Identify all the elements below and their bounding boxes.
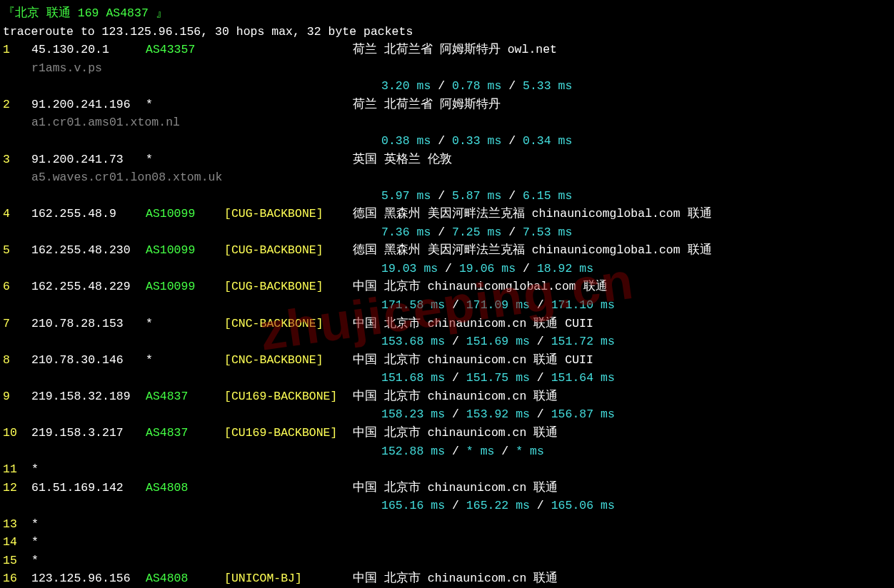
hop-backbone-tag: [CU169-BACKBONE]	[224, 387, 353, 406]
hop-asn	[146, 460, 224, 479]
hop-number: 6	[3, 278, 31, 296]
hop-row: 5162.255.48.230AS10099[CUG-BACKBONE]德国 黑…	[3, 241, 891, 260]
latency-separator: /	[501, 225, 523, 239]
latency-value: 0.33 ms	[452, 134, 501, 148]
latency-value: 0.38 ms	[381, 134, 431, 148]
hop-location-info: 英国 英格兰 伦敦	[353, 151, 452, 169]
hop-row: 15*	[3, 552, 891, 570]
hop-asn: *	[146, 351, 224, 370]
hop-asn: *	[146, 96, 224, 114]
hop-row: 10219.158.3.217AS4837[CU169-BACKBONE]中国 …	[3, 424, 891, 442]
hop-backbone-tag: [CUG-BACKBONE]	[224, 205, 353, 223]
latency-value: 3.20 ms	[381, 79, 431, 93]
hop-row: 1261.51.169.142AS4808中国 北京市 chinaunicom.…	[3, 479, 891, 497]
hop-backbone-tag	[224, 96, 353, 114]
hop-backbone-tag: [CNC-BACKBONE]	[224, 315, 353, 333]
latency-separator: /	[530, 335, 551, 348]
hop-backbone-tag: [CNC-BACKBONE]	[224, 351, 353, 370]
latency-value: 156.87 ms	[551, 407, 615, 421]
latency-separator: /	[438, 262, 459, 275]
latency-separator: /	[530, 407, 551, 421]
hop-row: 13*	[3, 515, 891, 534]
latency-value: 5.97 ms	[381, 189, 431, 203]
hop-location-info: 中国 北京市 chinaunicom.cn 联通	[353, 479, 558, 497]
hop-number: 11	[3, 460, 31, 479]
latency-separator: /	[516, 262, 537, 275]
latency-value: 0.78 ms	[452, 79, 501, 93]
hop-asn	[146, 552, 224, 570]
latency-value: 153.92 ms	[466, 407, 530, 421]
latency-value: 5.87 ms	[452, 189, 501, 203]
latency-separator: /	[431, 225, 452, 239]
hop-asn: AS10099	[146, 241, 224, 260]
latency-separator: /	[445, 445, 466, 458]
hop-number: 9	[3, 387, 31, 406]
latency-separator: /	[445, 499, 466, 512]
hop-backbone-tag	[224, 515, 353, 534]
hop-number: 13	[3, 515, 31, 534]
hop-ip: 210.78.30.146	[31, 351, 146, 370]
latency-value: 5.33 ms	[523, 79, 572, 93]
hop-latency: 19.03 ms / 19.06 ms / 18.92 ms	[3, 260, 891, 278]
hop-location-info: 中国 北京市 chinaunicomglobal.com 联通	[353, 278, 608, 296]
hop-latency: 152.88 ms / * ms / * ms	[3, 442, 891, 461]
hop-ip: *	[31, 552, 146, 570]
latency-value: 158.23 ms	[381, 407, 445, 421]
hop-location-info: 德国 黑森州 美因河畔法兰克福 chinaunicomglobal.com 联通	[353, 205, 712, 223]
hop-latency: 171.58 ms / 171.09 ms / 171.10 ms	[3, 296, 891, 315]
latency-separator: /	[501, 79, 523, 93]
hop-number: 16	[3, 569, 31, 588]
hop-asn: AS4837	[146, 387, 224, 406]
latency-separator: /	[501, 189, 523, 203]
hop-list: 145.130.20.1AS43357荷兰 北荷兰省 阿姆斯特丹 owl.net…	[3, 41, 891, 588]
hop-latency: 151.68 ms / 151.75 ms / 151.64 ms	[3, 369, 891, 387]
hop-asn: AS10099	[146, 205, 224, 223]
hop-ip: 162.255.48.9	[31, 205, 146, 223]
latency-value: 165.22 ms	[466, 499, 530, 512]
latency-value: 171.58 ms	[381, 298, 445, 312]
latency-value: 171.10 ms	[551, 298, 615, 312]
latency-value: 19.03 ms	[381, 262, 438, 275]
hop-location-info: 中国 北京市 chinaunicom.cn 联通 CUII	[353, 315, 593, 333]
hop-row: 9219.158.32.189AS4837[CU169-BACKBONE]中国 …	[3, 387, 891, 406]
latency-value: 7.36 ms	[381, 225, 431, 239]
hop-number: 3	[3, 151, 31, 169]
latency-value: 165.06 ms	[551, 499, 615, 512]
hop-row: 6162.255.48.229AS10099[CUG-BACKBONE]中国 北…	[3, 278, 891, 296]
latency-value: 152.88 ms	[381, 445, 445, 458]
hop-hostname: a1.cr01.ams01.xtom.nl	[3, 113, 891, 132]
hop-asn: *	[146, 151, 224, 169]
latency-separator: /	[494, 445, 516, 458]
hop-number: 2	[3, 96, 31, 114]
hop-row: 145.130.20.1AS43357荷兰 北荷兰省 阿姆斯特丹 owl.net	[3, 41, 891, 59]
latency-separator: /	[431, 79, 452, 93]
hop-ip: *	[31, 460, 146, 479]
hop-number: 5	[3, 241, 31, 260]
hop-row: 391.200.241.73*英国 英格兰 伦敦	[3, 151, 891, 169]
hop-row: 7210.78.28.153*[CNC-BACKBONE]中国 北京市 chin…	[3, 315, 891, 333]
hop-row: 11*	[3, 460, 891, 479]
hop-hostname: r1ams.v.ps	[3, 59, 891, 78]
latency-value: 151.69 ms	[466, 335, 530, 348]
hop-backbone-tag	[224, 479, 353, 497]
hop-backbone-tag: [UNICOM-BJ]	[224, 569, 353, 588]
hop-number: 14	[3, 533, 31, 552]
hop-backbone-tag	[224, 151, 353, 169]
latency-separator: /	[530, 371, 551, 385]
hop-latency: 3.20 ms / 0.78 ms / 5.33 ms	[3, 77, 891, 96]
hop-location-info: 荷兰 北荷兰省 阿姆斯特丹 owl.net	[353, 41, 557, 59]
latency-separator: /	[431, 134, 452, 148]
hop-location-info: 荷兰 北荷兰省 阿姆斯特丹	[353, 96, 501, 114]
hop-row: 16123.125.96.156AS4808[UNICOM-BJ]中国 北京市 …	[3, 569, 891, 588]
hop-location-info: 德国 黑森州 美因河畔法兰克福 chinaunicomglobal.com 联通	[353, 241, 712, 260]
hop-backbone-tag: [CUG-BACKBONE]	[224, 278, 353, 296]
hop-asn: AS4808	[146, 479, 224, 497]
latency-value: 151.68 ms	[381, 371, 445, 385]
latency-value: 171.09 ms	[466, 298, 530, 312]
hop-asn: AS4837	[146, 424, 224, 442]
latency-value: * ms	[466, 445, 495, 458]
latency-value: 19.06 ms	[459, 262, 516, 275]
hop-ip: 61.51.169.142	[31, 479, 146, 497]
hop-number: 12	[3, 479, 31, 497]
latency-value: 165.16 ms	[381, 499, 445, 512]
